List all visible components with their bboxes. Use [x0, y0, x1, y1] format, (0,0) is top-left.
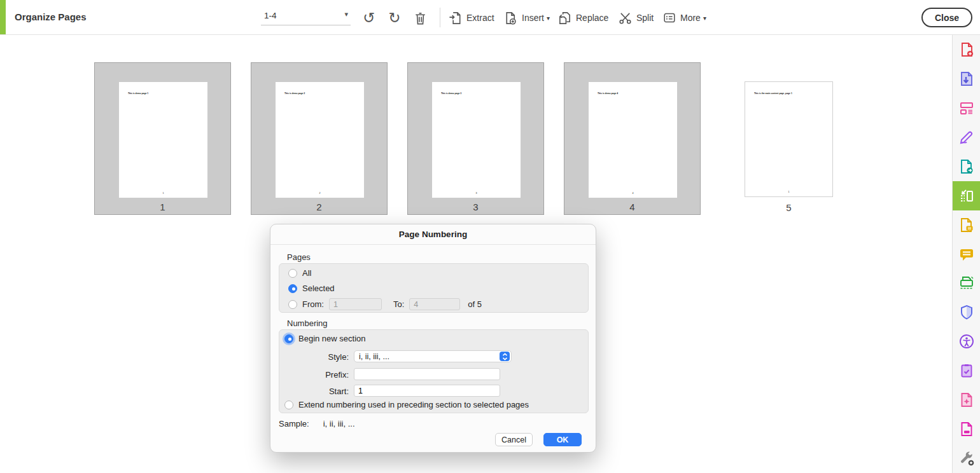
page-header-text: This is demo page 4 — [598, 92, 618, 95]
sidebar-item-export-pdf[interactable] — [953, 64, 980, 93]
radio-all[interactable] — [288, 269, 297, 278]
page-footer-number: 1 — [143, 192, 183, 195]
shield-icon — [958, 304, 975, 320]
select-stepper-icon — [500, 352, 510, 361]
sidebar-item-fill-sign[interactable] — [953, 123, 980, 152]
all-label: All — [302, 268, 311, 278]
more-button[interactable]: More ▾ — [662, 8, 706, 27]
sidebar-item-scan-ocr[interactable] — [953, 269, 980, 298]
to-input[interactable] — [409, 298, 460, 310]
accessibility-icon — [958, 333, 975, 350]
page-range-select[interactable]: 1-4 ▾ — [261, 6, 351, 25]
sidebar-item-create-pdf[interactable] — [953, 35, 980, 64]
page-number-label: 4 — [564, 202, 700, 212]
rotate-left-icon: ↺ — [363, 11, 375, 25]
page-footer-number: 2 — [300, 192, 340, 195]
radio-option-begin-new-section[interactable]: Begin new section — [284, 334, 366, 343]
sidebar-item-edit-pdf[interactable] — [953, 93, 980, 123]
cancel-button[interactable]: Cancel — [495, 433, 533, 446]
tools-sidebar — [952, 35, 980, 473]
from-label: From: — [302, 299, 324, 309]
toolbar-divider — [440, 8, 440, 27]
sidebar-item-combine-comment-file[interactable] — [953, 210, 980, 240]
sidebar-item-organize-pages[interactable] — [953, 181, 980, 210]
organize-pages-icon — [958, 188, 975, 204]
extract-label: Extract — [466, 13, 494, 23]
insert-button[interactable]: Insert ▾ — [503, 8, 550, 27]
prefix-label: Prefix: — [314, 370, 349, 380]
insert-page-icon — [503, 11, 518, 25]
delete-pages-button[interactable] — [411, 9, 429, 27]
radio-from[interactable] — [288, 300, 297, 309]
sample-row: Sample: i, ii, iii, ... — [279, 419, 355, 428]
page-thumbnail-2[interactable]: This is demo page 2 2 2 — [251, 62, 388, 215]
from-input[interactable] — [329, 298, 382, 310]
split-label: Split — [636, 13, 654, 23]
close-button[interactable]: Close — [921, 8, 972, 27]
scissors-icon — [618, 11, 633, 25]
clipboard-check-icon — [958, 362, 975, 379]
page-header-text: This is demo page 2 — [284, 92, 305, 95]
page-thumbnail-3[interactable]: This is demo page 3 3 3 — [407, 62, 544, 215]
wrench-plus-icon — [958, 450, 975, 467]
page-number-label: 2 — [251, 202, 387, 212]
sidebar-item-more-tools[interactable] — [953, 444, 980, 473]
extend-numbering-label: Extend numbering used in preceding secti… — [298, 400, 529, 409]
radio-option-all[interactable]: All — [288, 268, 311, 278]
sidebar-item-optimize-pdf[interactable] — [953, 385, 980, 415]
start-label: Start: — [314, 387, 349, 396]
replace-pages-icon — [557, 11, 572, 25]
page-header-text: This is demo page 3 — [441, 92, 461, 95]
page-preview: This is demo page 4 4 — [589, 82, 677, 198]
rotate-clockwise-button[interactable]: ↻ — [386, 9, 403, 27]
list-options-icon — [662, 11, 676, 25]
sidebar-item-protect[interactable] — [953, 298, 980, 327]
page-range-value: 1-4 — [264, 11, 277, 20]
sidebar-item-redact[interactable] — [953, 415, 980, 444]
sidebar-item-convert[interactable] — [953, 152, 980, 181]
page-preview: This is demo page 1 1 — [119, 82, 207, 198]
extract-button[interactable]: Extract — [448, 8, 494, 27]
rotate-counterclockwise-button[interactable]: ↺ — [360, 9, 378, 27]
page-preview: This is demo page 3 3 — [432, 82, 521, 198]
page-footer-number: 4 — [613, 192, 653, 195]
radio-option-from[interactable]: From: To: of 5 — [288, 298, 482, 310]
insert-label: Insert — [522, 13, 544, 23]
page-number-label: 1 — [95, 202, 230, 212]
speech-bubble-icon — [958, 246, 975, 263]
sidebar-item-prepare-form[interactable] — [953, 356, 980, 385]
extract-page-icon — [448, 11, 463, 25]
sidebar-item-comment[interactable] — [953, 240, 980, 269]
split-button[interactable]: Split — [618, 8, 654, 27]
organize-pages-toolbar: Organize Pages 1-4 ▾ ↺ ↻ Extract Insert … — [0, 0, 980, 35]
page-thumbnail-4[interactable]: This is demo page 4 4 4 — [564, 62, 701, 215]
page-footer-number: 1 — [769, 191, 809, 193]
style-select[interactable]: i, ii, iii, ... — [354, 350, 512, 362]
cancel-label: Cancel — [501, 435, 526, 444]
close-label: Close — [935, 13, 959, 23]
chevron-down-icon: ▾ — [703, 15, 706, 22]
sidebar-item-accessibility[interactable] — [953, 327, 980, 356]
ok-button[interactable]: OK — [543, 433, 582, 446]
page-header-text: This is the main content page, page 1 — [754, 92, 792, 95]
page-title: Organize Pages — [15, 11, 87, 22]
pages-section-label: Pages — [287, 252, 311, 262]
of-total-label: of 5 — [468, 299, 482, 309]
green-accent-bar — [0, 0, 6, 34]
radio-option-extend-numbering[interactable]: Extend numbering used in preceding secti… — [284, 400, 529, 409]
trash-icon — [413, 11, 428, 25]
page-thumbnail-1[interactable]: This is demo page 1 1 1 — [94, 62, 231, 215]
page-preview: This is demo page 2 2 — [276, 82, 364, 198]
radio-begin-new-section[interactable] — [284, 334, 293, 343]
selected-label: Selected — [302, 284, 335, 293]
more-label: More — [680, 13, 701, 23]
start-input[interactable] — [354, 385, 500, 397]
replace-button[interactable]: Replace — [557, 8, 608, 27]
radio-option-selected[interactable]: Selected — [288, 284, 335, 293]
page-thumbnail-5[interactable]: This is the main content page, page 1 1 … — [720, 62, 857, 215]
sample-label: Sample: — [279, 419, 309, 428]
prefix-input[interactable] — [354, 368, 500, 380]
begin-new-section-label: Begin new section — [298, 334, 366, 343]
radio-selected[interactable] — [288, 284, 297, 293]
radio-extend-numbering[interactable] — [284, 401, 293, 409]
